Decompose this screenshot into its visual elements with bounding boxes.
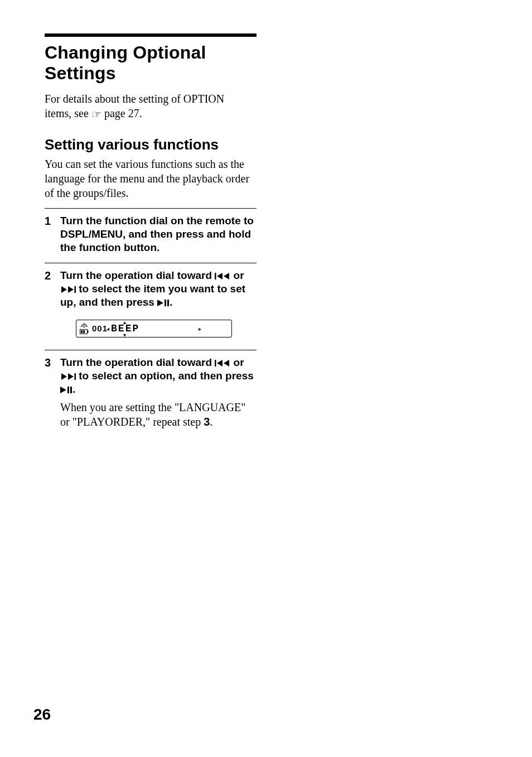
text: or [230,269,244,281]
page: Changing Optional Settings For details a… [0,0,532,757]
text: . [210,416,212,428]
svg-point-9 [84,326,85,327]
step-number: 1 [45,214,55,228]
step-ref: 3 [204,416,210,428]
left-arrow-icon: ◂ [107,326,109,332]
svg-marker-2 [224,273,229,279]
svg-rect-13 [83,330,85,333]
svg-marker-4 [68,286,74,293]
step-separator [45,208,257,209]
text: When you are setting the "LANGUAGE" or "… [60,401,245,428]
step-3: 3 Turn the operation dial toward or to s… [45,356,257,429]
step-2: 2 Turn the operation dial toward or to s… [45,269,257,337]
prev-track-icon [215,272,230,280]
lcd-status-icons [80,322,89,334]
text: . [72,383,75,395]
step-1: 1 Turn the function dial on the remote t… [45,214,257,255]
svg-marker-20 [60,387,66,393]
next-track-icon [60,373,76,380]
lcd-text: BEEP [111,323,139,334]
svg-marker-15 [217,360,223,367]
page-number: 26 [33,706,51,724]
intro-line2b: page 27. [101,107,142,119]
lcd-counter: 001 [92,324,108,333]
svg-rect-8 [167,300,169,306]
step-separator [45,263,257,263]
lcd-text-wrap: ▴ ▾ ◂ ▸ BEEP [111,320,228,337]
step-3-title: Turn the operation dial toward or to sel… [60,356,257,397]
play-pause-icon [60,386,72,394]
svg-rect-11 [88,331,89,333]
prev-track-icon [215,359,230,367]
step-number: 2 [45,269,55,282]
content-column: Changing Optional Settings For details a… [45,33,257,429]
svg-marker-18 [68,373,74,380]
svg-rect-7 [165,300,166,306]
subsection-intro: You can set the various functions such a… [45,157,257,200]
svg-marker-16 [224,360,229,367]
step-body: Turn the operation dial toward or to sel… [60,269,257,337]
svg-marker-1 [217,273,223,279]
signal-icon [80,322,89,328]
heading-rule [45,33,257,37]
svg-marker-17 [61,373,67,380]
text: to select the item you want to set up, a… [60,283,245,308]
play-pause-icon [157,299,170,307]
right-arrow-icon: ▸ [199,326,201,332]
intro-paragraph: For details about the setting of OPTION … [45,91,257,122]
step-2-title: Turn the operation dial toward or to sel… [60,269,257,310]
step-3-note: When you are setting the "LANGUAGE" or "… [60,400,257,429]
step-1-title: Turn the function dial on the remote to … [60,214,257,255]
svg-rect-0 [215,273,216,279]
svg-rect-14 [215,360,216,367]
text: or [230,356,244,368]
svg-rect-12 [81,330,83,333]
step-body: Turn the function dial on the remote to … [60,214,257,255]
text: Turn the operation dial toward [60,269,215,281]
lcd-display: 001 ▴ ▾ ◂ ▸ BEEP [76,320,232,337]
svg-marker-3 [61,286,67,293]
intro-line2a: items, see [45,107,91,119]
intro-line1: For details about the setting of OPTION [45,93,224,105]
text: . [170,296,172,308]
text: Turn the operation dial toward [60,356,215,368]
step-number: 3 [45,356,55,369]
step-body: Turn the operation dial toward or to sel… [60,356,257,429]
next-track-icon [60,286,76,293]
subsection-title: Setting various functions [45,136,257,153]
battery-icon [80,329,89,334]
svg-rect-21 [67,387,69,393]
section-title: Changing Optional Settings [45,42,257,84]
svg-rect-22 [70,387,72,393]
svg-marker-6 [157,300,163,306]
see-page-icon: ☞ [91,107,101,122]
text: to select an option, and then press [76,370,254,382]
step-separator [45,350,257,350]
